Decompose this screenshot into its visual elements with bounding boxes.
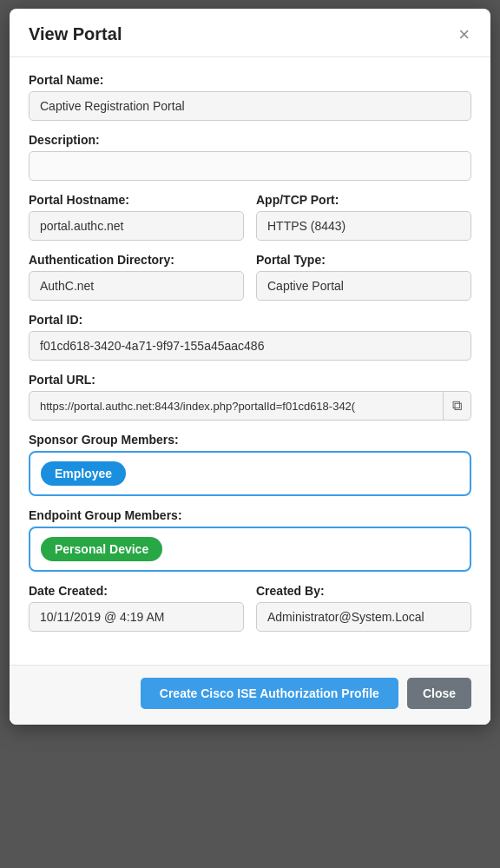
portal-url-input[interactable]	[30, 393, 443, 420]
auth-directory-field: Authentication Directory:	[29, 253, 244, 301]
app-tcp-port-label: App/TCP Port:	[256, 193, 471, 207]
date-created-input[interactable]	[29, 602, 244, 632]
portal-id-field: Portal ID:	[29, 313, 471, 361]
hostname-port-row: Portal Hostname: App/TCP Port:	[29, 193, 471, 253]
personal-device-tag: Personal Device	[41, 537, 162, 561]
date-created-field: Date Created:	[29, 584, 244, 632]
modal-title: View Portal	[29, 24, 122, 44]
create-ise-profile-button[interactable]: Create Cisco ISE Authorization Profile	[141, 678, 398, 709]
portal-type-input[interactable]	[256, 271, 471, 301]
portal-type-field: Portal Type:	[256, 253, 471, 301]
app-tcp-port-input[interactable]	[256, 211, 471, 241]
dates-row: Date Created: Created By:	[29, 584, 471, 644]
copy-url-button[interactable]: ⧉	[443, 392, 470, 420]
portal-type-label: Portal Type:	[256, 253, 471, 267]
auth-directory-input[interactable]	[29, 271, 244, 301]
employee-tag: Employee	[41, 461, 126, 486]
date-created-label: Date Created:	[29, 584, 244, 598]
portal-name-field: Portal Name:	[29, 73, 471, 121]
modal-dialog: View Portal × Portal Name: Description: …	[10, 9, 490, 725]
sponsor-group-field: Sponsor Group Members: Employee	[29, 433, 471, 496]
created-by-field: Created By:	[256, 584, 471, 632]
description-field: Description:	[29, 133, 471, 181]
auth-dir-type-row: Authentication Directory: Portal Type:	[29, 253, 471, 313]
portal-name-input[interactable]	[29, 91, 471, 121]
endpoint-group-label: Endpoint Group Members:	[29, 508, 471, 522]
portal-id-input[interactable]	[29, 331, 471, 361]
close-button[interactable]: Close	[407, 678, 471, 709]
portal-hostname-input[interactable]	[29, 211, 244, 241]
auth-directory-label: Authentication Directory:	[29, 253, 244, 267]
modal-body: Portal Name: Description: Portal Hostnam…	[10, 57, 490, 665]
portal-hostname-label: Portal Hostname:	[29, 193, 244, 207]
portal-id-label: Portal ID:	[29, 313, 471, 327]
created-by-input[interactable]	[256, 602, 471, 632]
endpoint-group-tagbox: Personal Device	[29, 527, 471, 572]
portal-hostname-field: Portal Hostname:	[29, 193, 244, 241]
sponsor-group-label: Sponsor Group Members:	[29, 433, 471, 447]
modal-overlay: View Portal × Portal Name: Description: …	[0, 0, 500, 868]
endpoint-group-field: Endpoint Group Members: Personal Device	[29, 508, 471, 572]
modal-header: View Portal ×	[10, 9, 490, 57]
portal-url-label: Portal URL:	[29, 373, 471, 387]
portal-url-wrapper: ⧉	[29, 391, 471, 421]
description-label: Description:	[29, 133, 471, 147]
copy-icon: ⧉	[452, 398, 462, 414]
app-tcp-port-field: App/TCP Port:	[256, 193, 471, 241]
created-by-label: Created By:	[256, 584, 471, 598]
portal-name-label: Portal Name:	[29, 73, 471, 87]
close-icon-button[interactable]: ×	[457, 25, 471, 44]
description-input[interactable]	[29, 151, 471, 181]
sponsor-group-tagbox: Employee	[29, 451, 471, 496]
portal-url-field: Portal URL: ⧉	[29, 373, 471, 421]
modal-footer: Create Cisco ISE Authorization Profile C…	[10, 665, 490, 725]
